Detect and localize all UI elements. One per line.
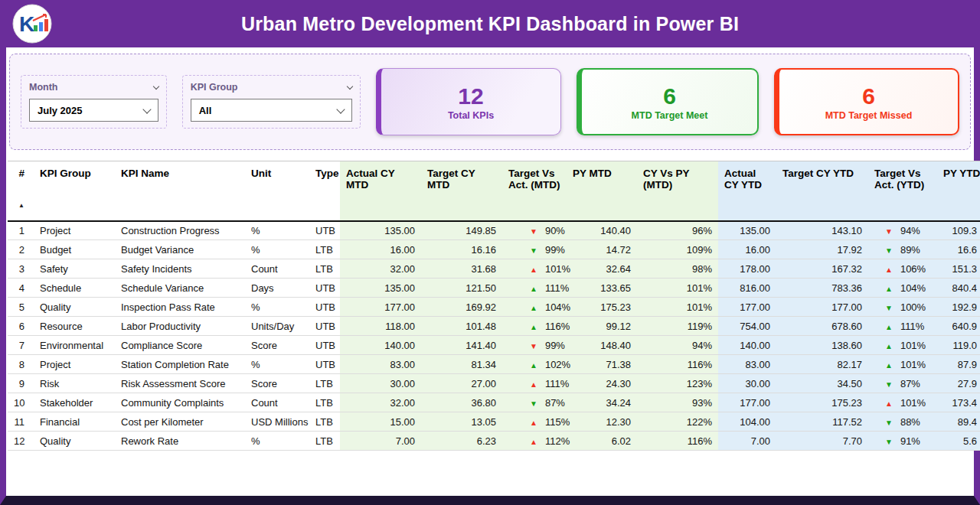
target-vs-actual-mtd-cell[interactable]: ▲111% (502, 279, 567, 298)
unit-cell[interactable]: USD Millions (245, 412, 309, 432)
py-mtd-cell[interactable]: 71.38 (567, 355, 637, 374)
unit-cell[interactable]: % (245, 240, 309, 259)
target-cy-ytd-cell[interactable]: 7.70 (776, 432, 868, 451)
unit-cell[interactable]: % (245, 432, 309, 451)
type-cell[interactable]: UTB (309, 355, 340, 374)
type-cell[interactable]: LTB (309, 393, 340, 412)
py-ytd-cell[interactable]: 5.6 (937, 432, 980, 451)
kpi-group-cell[interactable]: Financial (34, 412, 115, 432)
type-cell[interactable]: UTB (309, 298, 340, 317)
actual-cy-ytd-cell[interactable]: 104.00 (718, 412, 776, 432)
kpi-group-cell[interactable]: Schedule (34, 279, 115, 298)
actual-cy-mtd-cell[interactable]: 83.00 (340, 355, 421, 374)
actual-cy-mtd-cell[interactable]: 32.00 (340, 393, 421, 412)
col-header-py-ytd[interactable]: PY YTD (937, 161, 980, 221)
kpi-group-dropdown[interactable]: All (191, 99, 352, 122)
month-dropdown[interactable]: July 2025 (29, 99, 158, 122)
table-row[interactable]: 12QualityRework Rate%LTB7.006.23▲112%6.0… (8, 432, 980, 451)
type-cell[interactable]: LTB (309, 259, 340, 279)
actual-cy-ytd-cell[interactable]: 177.00 (718, 298, 776, 317)
target-vs-actual-mtd-cell[interactable]: ▲111% (502, 374, 567, 393)
type-cell[interactable]: LTB (309, 374, 340, 393)
py-mtd-cell[interactable]: 34.24 (567, 393, 637, 412)
row-number-cell[interactable]: 6 (8, 317, 34, 336)
table-row[interactable]: 2BudgetBudget Variance%LTB16.0016.16▼99%… (8, 240, 980, 259)
table-row[interactable]: 11FinancialCost per KilometerUSD Million… (8, 412, 980, 432)
actual-cy-ytd-cell[interactable]: 178.00 (718, 259, 776, 279)
table-row[interactable]: 4ScheduleSchedule VarianceDaysUTB135.001… (8, 279, 980, 298)
kpi-name-cell[interactable]: Station Completion Rate (115, 355, 245, 374)
unit-cell[interactable]: Score (245, 336, 309, 355)
target-vs-actual-mtd-cell[interactable]: ▼90% (502, 221, 567, 240)
actual-cy-mtd-cell[interactable]: 30.00 (340, 374, 421, 393)
col-header-target-vs-act-ytd[interactable]: Target Vs Act. (YTD) (868, 161, 937, 221)
actual-cy-mtd-cell[interactable]: 118.00 (340, 317, 421, 336)
target-cy-mtd-cell[interactable]: 13.05 (421, 412, 502, 432)
py-ytd-cell[interactable]: 840.4 (937, 279, 980, 298)
cy-vs-py-mtd-cell[interactable]: 101% (637, 279, 718, 298)
py-mtd-cell[interactable]: 14.72 (567, 240, 637, 259)
target-cy-mtd-cell[interactable]: 169.92 (421, 298, 502, 317)
target-cy-ytd-cell[interactable]: 678.60 (776, 317, 868, 336)
col-header-type[interactable]: Type (309, 161, 340, 221)
kpi-group-cell[interactable]: Budget (34, 240, 115, 259)
type-cell[interactable]: LTB (309, 432, 340, 451)
actual-cy-ytd-cell[interactable]: 135.00 (718, 221, 776, 240)
col-header-py-mtd[interactable]: PY MTD (567, 161, 637, 221)
actual-cy-ytd-cell[interactable]: 177.00 (718, 393, 776, 412)
cy-vs-py-mtd-cell[interactable]: 109% (637, 240, 718, 259)
target-vs-actual-mtd-cell[interactable]: ▲115% (502, 412, 567, 432)
actual-cy-mtd-cell[interactable]: 32.00 (340, 259, 421, 279)
py-mtd-cell[interactable]: 148.40 (567, 336, 637, 355)
py-ytd-cell[interactable]: 173.4 (937, 393, 980, 412)
table-row[interactable]: 10StakeholderCommunity ComplaintsCountLT… (8, 393, 980, 412)
unit-cell[interactable]: Days (245, 279, 309, 298)
kpi-name-cell[interactable]: Compliance Score (115, 336, 245, 355)
table-row[interactable]: 8ProjectStation Completion Rate%UTB83.00… (8, 355, 980, 374)
kpi-name-cell[interactable]: Community Complaints (115, 393, 245, 412)
py-mtd-cell[interactable]: 99.12 (567, 317, 637, 336)
target-vs-actual-mtd-cell[interactable]: ▲104% (502, 298, 567, 317)
actual-cy-ytd-cell[interactable]: 7.00 (718, 432, 776, 451)
table-row[interactable]: 1ProjectConstruction Progress%UTB135.001… (8, 221, 980, 240)
cy-vs-py-mtd-cell[interactable]: 94% (637, 336, 718, 355)
actual-cy-mtd-cell[interactable]: 177.00 (340, 298, 421, 317)
target-vs-actual-ytd-cell[interactable]: ▼100% (868, 298, 937, 317)
cy-vs-py-mtd-cell[interactable]: 116% (637, 355, 718, 374)
kpi-group-cell[interactable]: Risk (34, 374, 115, 393)
py-mtd-cell[interactable]: 140.40 (567, 221, 637, 240)
row-number-cell[interactable]: 3 (8, 259, 34, 279)
py-ytd-cell[interactable]: 87.9 (937, 355, 980, 374)
actual-cy-mtd-cell[interactable]: 7.00 (340, 432, 421, 451)
unit-cell[interactable]: Units/Day (245, 317, 309, 336)
col-header-target-vs-act-mtd[interactable]: Target Vs Act. (MTD) (502, 161, 567, 221)
kpi-name-cell[interactable]: Inspection Pass Rate (115, 298, 245, 317)
py-mtd-cell[interactable]: 133.65 (567, 279, 637, 298)
actual-cy-ytd-cell[interactable]: 83.00 (718, 355, 776, 374)
target-vs-actual-mtd-cell[interactable]: ▲112% (502, 432, 567, 451)
cy-vs-py-mtd-cell[interactable]: 98% (637, 259, 718, 279)
actual-cy-ytd-cell[interactable]: 816.00 (718, 279, 776, 298)
table-row[interactable]: 7EnvironmentalCompliance ScoreScoreUTB14… (8, 336, 980, 355)
kpi-name-cell[interactable]: Safety Incidents (115, 259, 245, 279)
kpi-name-cell[interactable]: Labor Productivity (115, 317, 245, 336)
kpi-group-cell[interactable]: Resource (34, 317, 115, 336)
col-header-unit[interactable]: Unit (245, 161, 309, 221)
target-cy-ytd-cell[interactable]: 17.92 (776, 240, 868, 259)
kpi-name-cell[interactable]: Cost per Kilometer (115, 412, 245, 432)
target-cy-ytd-cell[interactable]: 783.36 (776, 279, 868, 298)
col-header-actual-cy-ytd[interactable]: Actual CY YTD (718, 161, 776, 221)
chevron-down-icon[interactable] (347, 83, 353, 89)
target-cy-ytd-cell[interactable]: 117.52 (776, 412, 868, 432)
unit-cell[interactable]: Score (245, 374, 309, 393)
target-vs-actual-mtd-cell[interactable]: ▲116% (502, 317, 567, 336)
kpi-group-cell[interactable]: Project (34, 221, 115, 240)
type-cell[interactable]: LTB (309, 240, 340, 259)
target-vs-actual-mtd-cell[interactable]: ▼99% (502, 240, 567, 259)
cy-vs-py-mtd-cell[interactable]: 116% (637, 432, 718, 451)
col-header-kpi-group[interactable]: KPI Group (34, 161, 115, 221)
row-number-cell[interactable]: 4 (8, 279, 34, 298)
py-ytd-cell[interactable]: 119.0 (937, 336, 980, 355)
table-row[interactable]: 3SafetySafety IncidentsCountLTB32.0031.6… (8, 259, 980, 279)
unit-cell[interactable]: % (245, 298, 309, 317)
